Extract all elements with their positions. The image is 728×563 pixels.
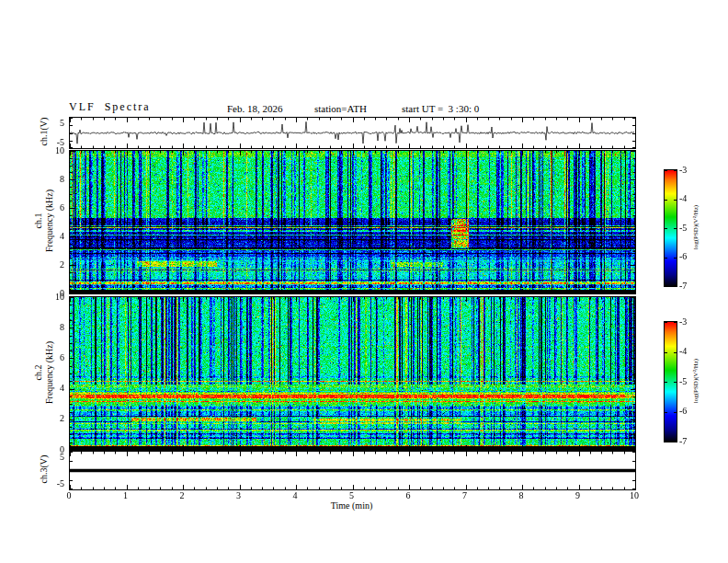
colorbar1-tick-label: -3 xyxy=(679,165,687,175)
colorbar1-label: log(PSD)(V²/Hz) xyxy=(692,205,700,249)
ch1-waveform-panel xyxy=(69,117,636,149)
colorbar2-tick-label: -4 xyxy=(679,346,687,356)
freq-tick-label: 8 xyxy=(40,322,64,332)
colorbar1-tick-label: -5 xyxy=(679,223,687,233)
x-tick-label: 4 xyxy=(281,490,309,500)
ch2-channel-label: ch.2 xyxy=(33,365,43,381)
x-tick-label: 9 xyxy=(564,490,592,500)
colorbar2-tick-label: -5 xyxy=(679,376,687,386)
colorbar2-tick-label: -7 xyxy=(679,436,687,446)
figure-start-ut: start UT = 3 :30: 0 xyxy=(402,103,479,114)
colorbar-ch2 xyxy=(664,321,677,442)
x-tick-label: 0 xyxy=(55,490,83,500)
freq-tick-label: 0 xyxy=(40,444,64,454)
figure-station: station=ATH xyxy=(314,103,367,114)
figure-title: VLF Spectra xyxy=(69,100,151,114)
x-tick-label: 3 xyxy=(225,490,253,500)
colorbar2-tick-label: -3 xyxy=(679,316,687,327)
colorbar1-tick-label: -7 xyxy=(679,281,687,291)
freq-tick-label: 8 xyxy=(40,174,64,184)
figure-date: Feb. 18, 2026 xyxy=(227,103,283,114)
ch1-spectrogram-panel xyxy=(69,150,636,294)
ch1-channel-label: ch.1 xyxy=(33,213,43,229)
colorbar2-label: log(PSD)(V²/Hz) xyxy=(692,359,700,403)
time-axis-label: Time (min) xyxy=(296,500,407,511)
x-tick-label: 1 xyxy=(112,490,140,500)
x-tick-label: 5 xyxy=(338,490,366,500)
ch3-voltage-axis-label: ch.3(V) xyxy=(39,455,49,484)
freq-tick-label: 2 xyxy=(40,259,64,270)
ch1-frequency-axis-label: Frequency (kHz) xyxy=(44,190,54,252)
ch1-voltage-axis-label: ch.1(V) xyxy=(39,118,49,146)
freq-tick-label: 10 xyxy=(40,292,64,302)
freq-tick-label: 2 xyxy=(40,413,64,423)
x-tick-label: 10 xyxy=(620,490,648,500)
colorbar1-tick-label: -4 xyxy=(679,193,687,203)
x-tick-label: 2 xyxy=(168,490,196,500)
ch2-spectrogram-panel xyxy=(69,296,636,451)
colorbar2-tick-label: -6 xyxy=(679,406,687,416)
colorbar1-tick-label: -6 xyxy=(679,251,687,261)
colorbar-ch1 xyxy=(664,169,677,287)
ch3-waveform-panel xyxy=(69,451,636,490)
freq-tick-label: 10 xyxy=(40,145,64,155)
x-tick-label: 7 xyxy=(451,490,479,500)
ch2-frequency-axis-label: Frequency (kHz) xyxy=(44,341,54,404)
vlf-spectra-figure: VLF Spectra Feb. 18, 2026 station=ATH st… xyxy=(0,0,728,563)
x-tick-label: 8 xyxy=(507,490,535,500)
freq-tick-label: 0 xyxy=(40,288,64,298)
x-tick-label: 6 xyxy=(394,490,422,500)
